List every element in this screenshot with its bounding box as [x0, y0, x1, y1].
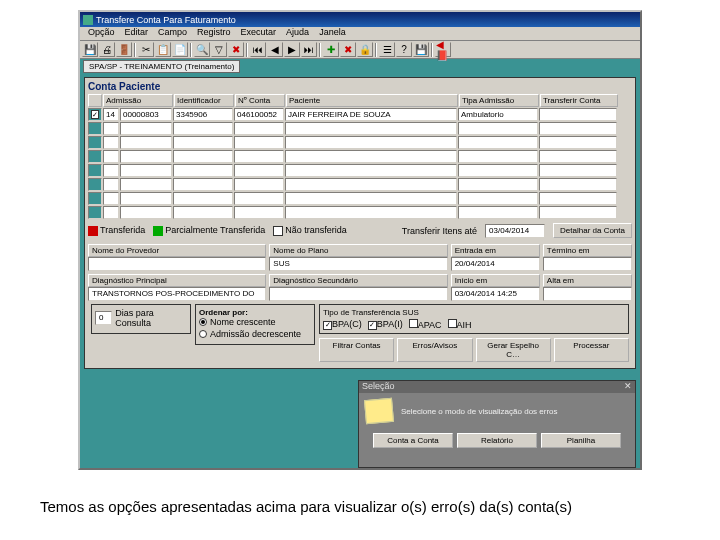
- menu-opcao[interactable]: Opção: [83, 27, 120, 40]
- radio-admissao[interactable]: [199, 330, 207, 338]
- separator: [431, 43, 433, 57]
- separator: [319, 43, 321, 57]
- subtab-bar: SPA/SP - TREINAMENTO (Treinamento): [80, 59, 640, 73]
- delete-icon[interactable]: ✖: [228, 42, 244, 57]
- remove-icon[interactable]: ✖: [340, 42, 356, 57]
- table-row[interactable]: [88, 136, 632, 149]
- close-icon[interactable]: ◀📕: [435, 42, 451, 57]
- menu-registro[interactable]: Registro: [192, 27, 236, 40]
- cell-paciente: JAIR FERREIRA DE SOUZA: [285, 108, 457, 121]
- col-identificador: Identificador: [174, 94, 234, 107]
- menu-ajuda[interactable]: Ajuda: [281, 27, 314, 40]
- plano-field[interactable]: SUS: [269, 257, 447, 271]
- relatorio-button[interactable]: Relatório: [457, 433, 537, 448]
- titlebar: Transfere Conta Para Faturamento: [80, 12, 640, 27]
- chk-apac[interactable]: [409, 319, 418, 328]
- radio-nome-label: Nome crescente: [210, 317, 276, 327]
- legend-nao: Não transferida: [285, 225, 347, 235]
- entrada-field[interactable]: 20/04/2014: [451, 257, 540, 271]
- conta-button[interactable]: Conta a Conta: [373, 433, 453, 448]
- menu-executar[interactable]: Executar: [236, 27, 282, 40]
- add-icon[interactable]: ✚: [323, 42, 339, 57]
- table-row[interactable]: [88, 178, 632, 191]
- row-check[interactable]: ✓: [91, 110, 99, 119]
- separator: [134, 43, 136, 57]
- transfer-date[interactable]: 03/04/2014: [485, 224, 545, 238]
- paste-icon[interactable]: 📄: [172, 42, 188, 57]
- last-icon[interactable]: ⏭: [301, 42, 317, 57]
- search-icon[interactable]: 🔍: [194, 42, 210, 57]
- separator: [190, 43, 192, 57]
- col-admissao: Admissão: [103, 94, 173, 107]
- table-row[interactable]: [88, 192, 632, 205]
- cell-tipo: Ambulatorio: [458, 108, 538, 121]
- termino-field[interactable]: [543, 257, 632, 271]
- page-caption: Temos as opções apresentadas acima para …: [40, 498, 572, 515]
- menu-campo[interactable]: Campo: [153, 27, 192, 40]
- erros-button[interactable]: Erros/Avisos: [397, 338, 472, 362]
- planilha-button[interactable]: Planilha: [541, 433, 621, 448]
- menu-janela[interactable]: Janela: [314, 27, 351, 40]
- inicio-field[interactable]: 03/04/2014 14:25: [451, 287, 540, 301]
- close-icon[interactable]: ✕: [624, 381, 632, 393]
- diag2-field[interactable]: [269, 287, 447, 301]
- separator: [246, 43, 248, 57]
- lock-icon[interactable]: 🔒: [357, 42, 373, 57]
- swatch-white: [273, 226, 283, 236]
- menu-editar[interactable]: Editar: [120, 27, 154, 40]
- menubar: Opção Editar Campo Registro Executar Aju…: [80, 27, 640, 41]
- cut-icon[interactable]: ✂: [138, 42, 154, 57]
- grid-header: Admissão Identificador Nº Conta Paciente…: [88, 94, 632, 107]
- radio-nome[interactable]: [199, 318, 207, 326]
- cell-ident: 3345906: [173, 108, 233, 121]
- print-icon[interactable]: 🖨: [99, 42, 115, 57]
- swatch-red: [88, 226, 98, 236]
- table-row[interactable]: [88, 150, 632, 163]
- espelho-button[interactable]: Gerar Espelho C…: [476, 338, 551, 362]
- dias-label: Dias para Consulta: [115, 308, 187, 328]
- plano-label: Nome do Plano: [269, 244, 447, 257]
- next-icon[interactable]: ▶: [284, 42, 300, 57]
- table-row[interactable]: ✓ 14 00000803 3345906 046100052 JAIR FER…: [88, 108, 632, 121]
- col-paciente: Paciente: [286, 94, 458, 107]
- prev-icon[interactable]: ◀: [267, 42, 283, 57]
- separator: [375, 43, 377, 57]
- diag1-field[interactable]: TRANSTORNOS POS-PROCEDIMENTO DO SISTEMA: [88, 287, 266, 301]
- list-icon[interactable]: ☰: [379, 42, 395, 57]
- dias-input[interactable]: 0: [95, 311, 112, 325]
- copy-icon[interactable]: 📋: [155, 42, 171, 57]
- exit-icon[interactable]: 🚪: [116, 42, 132, 57]
- detalhar-button[interactable]: Detalhar da Conta: [553, 223, 632, 238]
- popup-dialog: Seleção ✕ Selecione o modo de visualizaç…: [358, 380, 636, 468]
- table-row[interactable]: [88, 164, 632, 177]
- cell-admissao: 00000803: [120, 108, 172, 121]
- legend-transferida: Transferida: [100, 225, 145, 235]
- chk-bpac[interactable]: ✓: [323, 321, 332, 330]
- table-row[interactable]: [88, 122, 632, 135]
- window-title: Transfere Conta Para Faturamento: [96, 15, 236, 25]
- processar-button[interactable]: Processar: [554, 338, 629, 362]
- tipo-transf-box: Tipo de Transferência SUS ✓BPA(C) ✓BPA(I…: [319, 304, 629, 334]
- save-icon[interactable]: 💾: [82, 42, 98, 57]
- help-icon[interactable]: ?: [396, 42, 412, 57]
- first-icon[interactable]: ⏮: [250, 42, 266, 57]
- filter-icon[interactable]: ▽: [211, 42, 227, 57]
- col-tipo: Tipa Admissão: [459, 94, 539, 107]
- subtab-label[interactable]: SPA/SP - TREINAMENTO (Treinamento): [83, 60, 240, 73]
- cell-conta: 046100052: [234, 108, 284, 121]
- alta-field[interactable]: [543, 287, 632, 301]
- prov-field[interactable]: [88, 257, 266, 271]
- table-row[interactable]: [88, 206, 632, 219]
- chk-bpai[interactable]: ✓: [368, 321, 377, 330]
- alta-label: Alta em: [543, 274, 632, 287]
- popup-message: Selecione o modo de visualização dos err…: [401, 407, 558, 416]
- legend: Transferida Parcialmente Transferida Não…: [88, 220, 632, 241]
- legend-parcial: Parcialmente Transferida: [165, 225, 265, 235]
- save2-icon[interactable]: 💾: [413, 42, 429, 57]
- panel-title: Conta Paciente: [88, 81, 632, 92]
- filtrar-button[interactable]: Filtrar Contas: [319, 338, 394, 362]
- chk-aih[interactable]: [448, 319, 457, 328]
- cell-transf: [539, 108, 617, 121]
- app-icon: [83, 15, 93, 25]
- popup-title-text: Seleção: [362, 381, 395, 393]
